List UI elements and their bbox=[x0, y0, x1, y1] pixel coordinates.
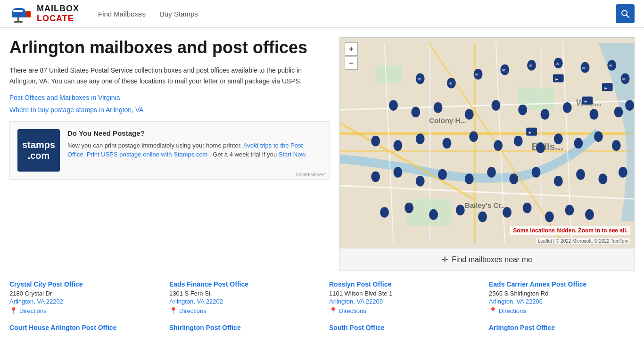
listing-address: 2565 S Shirlington Rd bbox=[489, 290, 635, 297]
main-content: Arlington mailboxes and post offices The… bbox=[0, 28, 644, 271]
pin-icon: 📍 bbox=[9, 307, 17, 314]
listing-city: Arlington, VA 22202 bbox=[169, 298, 315, 305]
svg-point-83 bbox=[509, 173, 518, 184]
nav-buy-stamps[interactable]: Buy Stamps bbox=[160, 10, 198, 18]
advertisement-box: stamps .com Do You Need Postage? Now you… bbox=[9, 121, 330, 180]
site-header: mailbox LOCATE Find Mailboxes Buy Stamps bbox=[0, 0, 644, 28]
svg-rect-3 bbox=[13, 10, 23, 12]
map-zoom-controls: + − bbox=[345, 42, 358, 70]
map[interactable]: Colony H... Bailey's Cr... Balls... Was.… bbox=[339, 37, 635, 248]
svg-point-64 bbox=[393, 140, 402, 151]
listing-city: Arlington, VA 22209 bbox=[329, 298, 475, 305]
pin-icon: 📍 bbox=[169, 307, 177, 314]
map-svg: Colony H... Bailey's Cr... Balls... Was.… bbox=[340, 38, 634, 248]
svg-point-66 bbox=[442, 138, 451, 149]
svg-point-92 bbox=[456, 205, 465, 215]
svg-point-62 bbox=[625, 100, 634, 111]
svg-point-58 bbox=[540, 109, 549, 120]
svg-point-79 bbox=[416, 176, 425, 187]
svg-point-97 bbox=[565, 205, 574, 215]
directions-label: Directions bbox=[19, 307, 47, 314]
svg-point-94 bbox=[503, 207, 512, 218]
directions-label: Directions bbox=[499, 307, 526, 314]
svg-point-82 bbox=[487, 167, 496, 178]
ad-content: Do You Need Postage? Now you can print p… bbox=[67, 129, 322, 172]
svg-point-67 bbox=[469, 131, 478, 142]
ad-link-start-now[interactable]: Start Now. bbox=[279, 151, 307, 158]
list-item: Rosslyn Post Office 1101 Wilson Blvd Ste… bbox=[329, 280, 475, 314]
svg-text:Bailey's Cr...: Bailey's Cr... bbox=[465, 201, 507, 209]
svg-text:►: ► bbox=[604, 86, 608, 90]
list-item: Eads Carrier Annex Post Office 2565 S Sh… bbox=[489, 280, 635, 314]
svg-point-77 bbox=[371, 172, 380, 182]
ad-label: Advertisement bbox=[296, 172, 326, 177]
svg-point-54 bbox=[434, 102, 443, 113]
svg-text:✉: ✉ bbox=[622, 77, 626, 82]
svg-point-86 bbox=[576, 169, 585, 180]
svg-point-53 bbox=[411, 107, 420, 117]
svg-text:►: ► bbox=[528, 130, 532, 135]
svg-point-65 bbox=[416, 133, 425, 144]
page-title: Arlington mailboxes and post offices bbox=[9, 37, 330, 58]
listing-name-arlington[interactable]: Arlington Post Office bbox=[489, 324, 635, 331]
listing-address: 1101 Wilson Blvd Ste 1 bbox=[329, 290, 475, 297]
listing-directions-eads-finance[interactable]: 📍 Directions bbox=[169, 307, 315, 314]
listing-directions-rosslyn[interactable]: 📍 Directions bbox=[329, 307, 475, 314]
listing-name-eads-carrier[interactable]: Eads Carrier Annex Post Office bbox=[489, 280, 635, 288]
svg-text:►: ► bbox=[555, 77, 559, 82]
zoom-in-button[interactable]: + bbox=[345, 42, 358, 56]
svg-text:✉: ✉ bbox=[502, 68, 505, 73]
svg-point-96 bbox=[545, 212, 554, 222]
svg-text:►: ► bbox=[584, 99, 587, 104]
find-near-me-button[interactable]: ✛ Find mailboxes near me bbox=[339, 248, 635, 271]
svg-point-68 bbox=[494, 140, 503, 151]
svg-point-91 bbox=[429, 209, 438, 220]
nav-find-mailboxes[interactable]: Find Mailboxes bbox=[98, 10, 146, 18]
svg-rect-16 bbox=[407, 199, 452, 226]
link-buy-stamps-arlington[interactable]: Where to buy postage stamps in Arlington… bbox=[9, 106, 330, 114]
svg-rect-2 bbox=[26, 11, 31, 17]
listing-directions-crystal-city[interactable]: 📍 Directions bbox=[9, 307, 155, 314]
listing-name-court-house[interactable]: Court House Arlington Post Office bbox=[9, 324, 155, 331]
link-post-offices-virginia[interactable]: Post Offices and Mailboxes in Virginia bbox=[9, 94, 330, 101]
intro-text: There are 87 United States Postal Servic… bbox=[9, 65, 330, 86]
svg-point-71 bbox=[554, 133, 563, 144]
listing-city: Arlington, VA 22206 bbox=[489, 298, 635, 305]
listing-directions-eads-carrier[interactable]: 📍 Directions bbox=[489, 307, 635, 314]
zoom-out-button[interactable]: − bbox=[345, 57, 358, 70]
listing-name-south[interactable]: South Post Office bbox=[329, 324, 475, 331]
listing-name-eads-finance[interactable]: Eads Finance Post Office bbox=[169, 280, 315, 288]
svg-point-72 bbox=[574, 138, 583, 149]
svg-text:✉: ✉ bbox=[418, 77, 421, 82]
right-column: Colony H... Bailey's Cr... Balls... Was.… bbox=[339, 37, 635, 271]
svg-text:✉: ✉ bbox=[556, 62, 559, 66]
pin-icon: 📍 bbox=[489, 307, 497, 314]
list-item: Crystal City Post Office 2180 Crystal Dr… bbox=[9, 280, 155, 314]
ad-text: Now you can print postage immediately us… bbox=[67, 141, 322, 159]
logo[interactable]: mailbox LOCATE bbox=[9, 4, 79, 24]
logo-icon bbox=[9, 4, 33, 23]
svg-point-60 bbox=[589, 109, 598, 120]
find-near-me-label: Find mailboxes near me bbox=[452, 255, 532, 264]
search-icon bbox=[621, 9, 629, 18]
svg-point-81 bbox=[465, 173, 474, 184]
svg-point-85 bbox=[554, 176, 563, 187]
map-attribution: Leaflet | © 2022 Microsoft, © 2022 TomTo… bbox=[536, 238, 630, 244]
search-button[interactable] bbox=[616, 4, 635, 23]
svg-point-93 bbox=[478, 212, 487, 222]
svg-text:✉: ✉ bbox=[529, 64, 532, 68]
listing-address: 2180 Crystal Dr bbox=[9, 290, 155, 297]
svg-point-55 bbox=[465, 109, 474, 120]
svg-point-63 bbox=[371, 136, 380, 147]
listing-name-crystal-city[interactable]: Crystal City Post Office bbox=[9, 280, 155, 288]
listing-city: Arlington, VA 22202 bbox=[9, 298, 155, 305]
svg-point-90 bbox=[405, 203, 413, 214]
listing-name-shirlington[interactable]: Shirlington Post Office bbox=[169, 324, 315, 331]
directions-label: Directions bbox=[179, 307, 206, 314]
stamps-com-logo: stamps .com bbox=[17, 129, 60, 172]
svg-point-69 bbox=[514, 136, 523, 147]
svg-text:✉: ✉ bbox=[582, 66, 586, 70]
crosshair-icon: ✛ bbox=[442, 255, 448, 264]
listing-name-rosslyn[interactable]: Rosslyn Post Office bbox=[329, 280, 475, 288]
directions-label: Directions bbox=[339, 307, 366, 314]
